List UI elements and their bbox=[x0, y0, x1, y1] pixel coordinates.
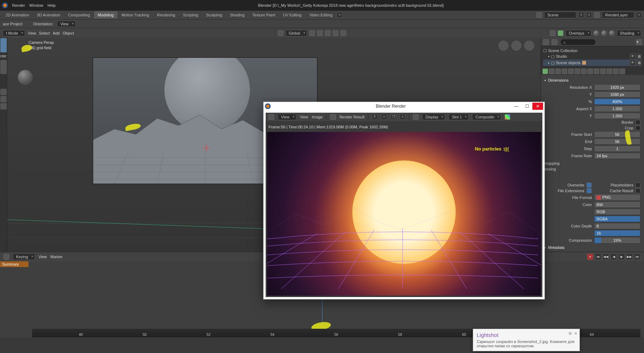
slot-dropdown[interactable]: Slot 1 bbox=[449, 114, 469, 120]
fileformat-dropdown[interactable]: PNG bbox=[594, 194, 640, 201]
proptab-modifier-icon[interactable] bbox=[581, 68, 587, 74]
proptab-render-icon[interactable] bbox=[542, 68, 548, 74]
del-button[interactable]: × bbox=[400, 114, 405, 120]
nav-gizmo-icon[interactable] bbox=[499, 41, 508, 51]
res-y-field[interactable]: 1080 px bbox=[594, 91, 640, 98]
proptab-physics-icon[interactable] bbox=[594, 68, 599, 74]
ws-tab[interactable]: 2D Animation bbox=[2, 11, 32, 19]
frame-rate-field[interactable]: 24 fps bbox=[594, 153, 640, 159]
object-menu[interactable]: Object bbox=[62, 31, 74, 35]
image-icon[interactable] bbox=[330, 114, 336, 120]
proptab-world-icon[interactable] bbox=[568, 68, 574, 74]
depth-16-button[interactable]: 16 bbox=[594, 230, 640, 236]
select-menu[interactable]: Select bbox=[39, 31, 50, 35]
ws-tab[interactable]: Compositing bbox=[65, 11, 93, 19]
layer-icon[interactable] bbox=[594, 12, 600, 18]
render-view2-menu[interactable]: View bbox=[300, 115, 308, 119]
next-key-button[interactable]: ▶▶ bbox=[626, 254, 633, 260]
add-button[interactable]: + bbox=[381, 114, 387, 120]
overlay-toggle-icon[interactable] bbox=[558, 30, 563, 36]
outliner-filter-button[interactable]: ▾ bbox=[636, 39, 642, 45]
proptab-constraint-icon[interactable] bbox=[600, 68, 606, 74]
proptab-object-icon[interactable] bbox=[574, 68, 580, 74]
ws-tab-active[interactable]: Modeling bbox=[94, 11, 117, 19]
layer-add-button[interactable]: + bbox=[636, 12, 642, 18]
frame-end-field[interactable]: 56 bbox=[594, 138, 640, 145]
play-button[interactable]: ▶ bbox=[618, 254, 625, 260]
menu-window[interactable]: Window bbox=[29, 3, 43, 7]
tool-button[interactable] bbox=[0, 38, 7, 52]
autokey-button[interactable]: ● bbox=[587, 254, 593, 260]
render-icon[interactable]: ▦ bbox=[636, 53, 642, 59]
outliner-search[interactable]: ⌕ bbox=[560, 39, 596, 45]
fileext-checkbox[interactable] bbox=[587, 188, 592, 193]
panel-dimensions[interactable]: ▾Dimensions bbox=[545, 77, 640, 83]
orientation-icon[interactable] bbox=[278, 30, 283, 36]
shading-wire-icon[interactable] bbox=[593, 30, 599, 36]
depth-8-button[interactable]: 8 bbox=[594, 223, 640, 229]
gizmo-icon[interactable] bbox=[550, 30, 556, 36]
f-button[interactable]: F bbox=[372, 114, 378, 120]
add-menu[interactable]: Add bbox=[53, 31, 60, 35]
scene-del-button[interactable]: × bbox=[586, 12, 592, 18]
proptab-particle-icon[interactable] bbox=[587, 68, 593, 74]
eye-icon[interactable]: 👁 bbox=[630, 60, 635, 66]
outliner-editor-icon[interactable] bbox=[543, 39, 549, 45]
aspect-y-field[interactable]: 1.000 bbox=[594, 113, 640, 119]
minimize-button[interactable]: — bbox=[511, 103, 522, 110]
proptab-viewlayer-icon[interactable] bbox=[555, 68, 561, 74]
ws-tab[interactable]: Motion Tracking bbox=[118, 11, 153, 19]
shading-dropdown[interactable]: Shading bbox=[617, 30, 641, 36]
panel-stereoscopy[interactable]: ▸Stereoscopy bbox=[545, 251, 640, 252]
scene-add-button[interactable]: + bbox=[578, 12, 584, 18]
propedit-icon[interactable] bbox=[325, 30, 331, 36]
res-x-field[interactable]: 1920 px bbox=[594, 84, 640, 91]
proptab-texture-icon[interactable] bbox=[619, 68, 625, 74]
menu-render[interactable]: Render bbox=[12, 3, 25, 7]
unpack-icon[interactable]: ❐ bbox=[390, 114, 396, 120]
close-icon[interactable]: ✕ bbox=[574, 331, 577, 336]
ws-tab[interactable]: Texture Paint bbox=[249, 11, 279, 19]
color-bw-button[interactable]: BW bbox=[594, 201, 640, 208]
proptab-output-icon[interactable] bbox=[549, 68, 554, 74]
ws-tab[interactable]: Sculpting bbox=[203, 11, 226, 19]
aspect-x-field[interactable]: 1.000 bbox=[594, 106, 640, 112]
render-image-menu[interactable]: Image bbox=[312, 115, 323, 119]
chevron-right-icon[interactable]: ▸ bbox=[548, 61, 550, 65]
ws-tab[interactable]: UV Editing bbox=[280, 11, 305, 19]
outliner-filter-icon[interactable] bbox=[552, 39, 557, 45]
snap-icon[interactable] bbox=[309, 30, 315, 36]
display-dropdown[interactable]: Display bbox=[422, 114, 445, 120]
timeline-editor-icon[interactable] bbox=[4, 254, 9, 260]
render-titlebar[interactable]: Blender Render — ☐ ✕ bbox=[264, 102, 545, 111]
cacheres-checkbox[interactable] bbox=[635, 188, 640, 193]
outliner-item[interactable]: ▾ ▢ Studio 👁 ▦ bbox=[543, 53, 642, 60]
prev-key-button[interactable]: ◀◀ bbox=[603, 254, 609, 260]
menu-help[interactable]: Help bbox=[47, 3, 56, 7]
frame-step-field[interactable]: 1 bbox=[594, 145, 640, 152]
shading-matprev-icon[interactable] bbox=[609, 30, 615, 36]
tool-button[interactable] bbox=[0, 60, 7, 74]
snap-target-icon[interactable] bbox=[317, 30, 323, 36]
timeline-marker-menu[interactable]: Marker bbox=[50, 255, 62, 259]
view-menu[interactable]: View bbox=[28, 31, 36, 35]
layer-dropdown[interactable]: Composite bbox=[472, 114, 501, 120]
overwrite-checkbox[interactable] bbox=[587, 183, 592, 188]
placeholders-checkbox[interactable] bbox=[635, 183, 640, 188]
jump-start-button[interactable]: ⏮ bbox=[595, 254, 601, 260]
global-dropdown[interactable]: Global bbox=[286, 30, 307, 36]
maximize-button[interactable]: ☐ bbox=[522, 103, 532, 110]
overlays-dropdown[interactable]: Overlays bbox=[566, 30, 591, 36]
res-pct-field[interactable]: 400% bbox=[594, 98, 640, 105]
keying-dropdown[interactable]: Keying bbox=[13, 254, 35, 260]
panel-metadata[interactable]: ▸Metadata bbox=[545, 244, 640, 251]
outliner-item-selected[interactable]: ▸ ▢ Scene objects 👁 ▦ bbox=[543, 60, 642, 66]
tool-button[interactable] bbox=[0, 89, 7, 95]
color-rgb-button[interactable]: RGB bbox=[594, 209, 640, 215]
proptab-data-icon[interactable] bbox=[607, 68, 612, 74]
add-workspace-button[interactable]: + bbox=[337, 12, 342, 18]
scene-icon[interactable] bbox=[536, 12, 542, 18]
nav-gizmo-icon[interactable] bbox=[511, 41, 521, 51]
outliner[interactable]: ▢ Scene Collection ▾ ▢ Studio 👁 ▦ ▸ ▢ Sc… bbox=[541, 46, 644, 68]
chevron-down-icon[interactable]: ▾ bbox=[548, 55, 550, 58]
